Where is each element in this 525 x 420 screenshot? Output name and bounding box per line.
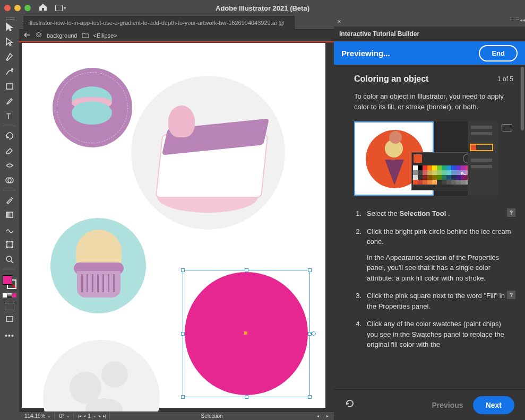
tutorial-page: 1 of 5 bbox=[497, 75, 513, 83]
status-bar: 114.19%⌄ 0°⌄ |◂◂1⌄▸▸| Selection ◂ ▸ bbox=[19, 412, 334, 420]
screen-mode-icon[interactable] bbox=[4, 313, 15, 325]
window-minimize-button[interactable] bbox=[14, 5, 21, 11]
help-icon[interactable]: ? bbox=[507, 291, 515, 299]
document-tab-label: illustrator-how-to-in-app-test-use-a-gra… bbox=[29, 20, 285, 26]
eraser-tool[interactable] bbox=[4, 145, 15, 156]
svg-rect-1 bbox=[6, 84, 13, 89]
app-title: Adobe Illustrator 2021 (Beta) bbox=[216, 4, 309, 12]
edit-toolbar-button[interactable]: ••• bbox=[5, 331, 14, 340]
breadcrumb-object[interactable]: <Ellipse> bbox=[93, 32, 117, 39]
home-icon[interactable] bbox=[38, 3, 48, 13]
rotate-dropdown-icon[interactable]: ⌄ bbox=[66, 414, 70, 418]
svg-text:T: T bbox=[6, 112, 11, 120]
reveal-illustration-icon[interactable] bbox=[502, 124, 512, 132]
help-icon[interactable]: ? bbox=[507, 208, 515, 217]
rotate-handle[interactable] bbox=[312, 331, 316, 336]
workspace-switcher[interactable]: ▾ bbox=[55, 5, 66, 11]
previous-button[interactable]: Previous bbox=[432, 401, 463, 409]
expand-panel-right-icon[interactable] bbox=[509, 18, 520, 21]
shape-builder-tool[interactable] bbox=[4, 174, 15, 186]
direct-selection-tool[interactable] bbox=[4, 36, 15, 48]
artboard-last-icon[interactable]: ▸| bbox=[103, 414, 106, 418]
panel-close-icon[interactable]: × bbox=[337, 18, 341, 25]
tutorial-description: To color an object in Illustrator, you n… bbox=[354, 91, 513, 112]
next-button[interactable]: Next bbox=[473, 396, 514, 414]
panel-title: Interactive Tutorial Builder bbox=[334, 27, 525, 41]
artboard-prev-icon[interactable]: ◂ bbox=[83, 414, 85, 418]
color-mode-switcher[interactable] bbox=[3, 293, 16, 298]
zoom-tool[interactable] bbox=[4, 253, 15, 265]
paintbrush-tool[interactable] bbox=[4, 95, 15, 107]
canvas[interactable] bbox=[19, 41, 334, 412]
scroll-right-icon[interactable]: ▸ bbox=[326, 414, 329, 418]
artboard bbox=[22, 43, 325, 408]
tutorial-illustration: ↖ bbox=[354, 121, 497, 196]
expand-panel-left-icon[interactable] bbox=[5, 18, 16, 21]
breadcrumb-layer[interactable]: background bbox=[47, 32, 78, 39]
pen-tool[interactable] bbox=[4, 51, 15, 63]
scroll-left-icon[interactable]: ◂ bbox=[317, 414, 319, 418]
refresh-icon[interactable] bbox=[345, 398, 355, 412]
document-tab[interactable]: illustrator-how-to-in-app-test-use-a-gra… bbox=[23, 16, 295, 30]
tutorial-title: Coloring an object bbox=[354, 74, 428, 84]
panel-menu-icon[interactable]: ◂◂ bbox=[520, 17, 525, 23]
breadcrumb-back-icon[interactable] bbox=[23, 32, 31, 39]
artboard-next-icon[interactable]: ▸ bbox=[99, 414, 101, 418]
type-tool[interactable]: T bbox=[4, 110, 15, 122]
eyedropper-tool[interactable] bbox=[4, 194, 15, 206]
svg-point-0 bbox=[12, 69, 13, 71]
selection-bounding-box[interactable] bbox=[183, 270, 310, 397]
folder-icon bbox=[82, 32, 89, 39]
shaper-tool[interactable] bbox=[4, 224, 15, 235]
width-tool[interactable] bbox=[4, 160, 15, 171]
svg-rect-5 bbox=[6, 212, 13, 217]
selection-tool[interactable] bbox=[4, 21, 15, 33]
rectangle-tool[interactable] bbox=[4, 81, 15, 92]
gradient-tool[interactable] bbox=[4, 209, 15, 221]
fill-stroke-indicator[interactable] bbox=[3, 275, 16, 289]
window-zoom-button[interactable] bbox=[24, 5, 31, 11]
preview-status: Previewing... bbox=[341, 49, 390, 58]
svg-rect-6 bbox=[7, 242, 12, 247]
tutorial-panel: × Interactive Tutorial Builder Previewin… bbox=[334, 16, 525, 420]
artboard-tool[interactable] bbox=[4, 239, 15, 250]
rotate-tool[interactable] bbox=[4, 130, 15, 142]
rotate-value[interactable]: 0° bbox=[59, 413, 64, 419]
curvature-tool[interactable] bbox=[4, 66, 15, 77]
zoom-level[interactable]: 114.19% bbox=[24, 413, 45, 419]
draw-mode-icon[interactable] bbox=[5, 303, 14, 310]
status-mode: Selection bbox=[111, 413, 313, 419]
tools-panel: T ••• bbox=[0, 16, 19, 420]
end-button[interactable]: End bbox=[479, 45, 518, 62]
layers-icon[interactable] bbox=[35, 31, 42, 40]
svg-rect-8 bbox=[6, 317, 13, 321]
artboard-number[interactable]: 1 bbox=[88, 413, 91, 419]
breadcrumb: background <Ellipse> bbox=[19, 30, 334, 41]
window-close-button[interactable] bbox=[4, 5, 11, 11]
zoom-dropdown-icon[interactable]: ⌄ bbox=[47, 414, 51, 418]
svg-point-7 bbox=[6, 256, 12, 261]
artboard-first-icon[interactable]: |◂ bbox=[78, 414, 81, 418]
